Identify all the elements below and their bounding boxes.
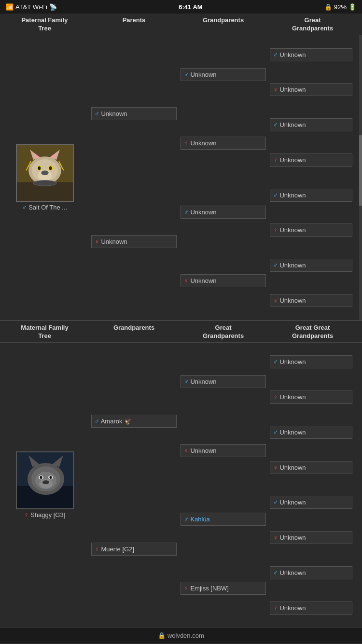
status-bar: 📶 AT&T Wi-Fi 📡 6:41 AM 🔒 92% 🔋: [0, 0, 362, 14]
svg-point-11: [49, 167, 52, 170]
svg-point-16: [33, 181, 56, 186]
paternal-mother-box[interactable]: ♀ Unknown: [91, 235, 177, 248]
maternal-ggp-mm-name: Emjiss [NBW]: [190, 585, 228, 592]
paternal-subject-label: ♂ Salt Of The ...: [22, 204, 67, 211]
paternal-subject-gender-icon: ♂: [22, 204, 27, 211]
header-mat-grandparents: Grandparents: [89, 324, 179, 340]
paternal-tree: ♂ Salt Of The ... ♂ Unknown ♀ Unknown ♂ …: [0, 35, 362, 320]
paternal-ggp-fff[interactable]: ♂ Unknown: [270, 48, 352, 61]
maternal-subject-portrait[interactable]: [16, 451, 74, 509]
paternal-subject-portrait[interactable]: [16, 144, 74, 202]
scrollbar-track[interactable]: [359, 35, 362, 320]
maternal-ggp-fm[interactable]: ♀ Unknown: [181, 444, 266, 457]
wolf-svg: [17, 144, 73, 202]
paternal-grandparents-col: ♂ Unknown ♀ Unknown ♂ Unknown ♀ Unknown: [179, 35, 268, 320]
time-display: 6:41 AM: [179, 3, 202, 11]
maternal-subject-gender-icon: ♀: [24, 511, 29, 518]
svg-point-27: [49, 476, 52, 479]
paternal-gp-ff[interactable]: ♂ Unknown: [181, 68, 266, 81]
paternal-ggp-ffm[interactable]: ♀ Unknown: [270, 83, 352, 96]
maternal-tree: ♀ Shaggy [G3] ♂ Amarok 🦅 ♀ Muerte [G2] ♂…: [0, 343, 362, 628]
paternal-ggp-mff[interactable]: ♂ Unknown: [270, 189, 352, 202]
maternal-ggp-col: ♂ Unknown ♀ Unknown ♂ Kahlúa ♀ Emjiss [N…: [179, 343, 268, 628]
svg-point-13: [41, 170, 48, 175]
paternal-subject-name: Salt Of The ...: [28, 204, 67, 211]
header-great-grandparents: GreatGrandparents: [268, 16, 357, 33]
paternal-headers: Paternal FamilyTree Parents Grandparents…: [0, 14, 362, 35]
carrier-text: AT&T Wi-Fi: [15, 3, 47, 11]
paternal-gp-mm[interactable]: ♀ Unknown: [181, 274, 266, 287]
header-maternal-tree: Maternal FamilyTree: [0, 324, 89, 340]
scrollbar-thumb[interactable]: [359, 135, 362, 206]
maternal-gggp-fmm[interactable]: ♀ Unknown: [270, 461, 352, 474]
carrier-info: 📶 AT&T Wi-Fi 📡: [6, 3, 57, 11]
paternal-father-box[interactable]: ♂ Unknown: [91, 107, 177, 120]
header-mat-great-grandparents: GreatGrandparents: [179, 324, 268, 340]
paternal-ggp-mfm[interactable]: ♀ Unknown: [270, 224, 352, 237]
footer-text: wolvden.com: [167, 632, 204, 639]
maternal-gp-father[interactable]: ♂ Amarok 🦅: [91, 415, 177, 428]
maternal-gggp-fff[interactable]: ♂ Unknown: [270, 355, 352, 368]
maternal-gggp-fmf[interactable]: ♂ Unknown: [270, 426, 352, 439]
svg-point-29: [42, 480, 49, 484]
maternal-subject-name: Shaggy [G3]: [30, 511, 65, 518]
header-parents: Parents: [89, 16, 179, 33]
battery-info: 🔒 92% 🔋: [324, 3, 356, 11]
signal-icon: 📶: [6, 3, 14, 11]
maternal-ggp-mf[interactable]: ♂ Kahlúa: [181, 513, 266, 526]
maternal-gp-father-name: Amarok 🦅: [101, 418, 132, 425]
header-grandparents: Grandparents: [179, 16, 268, 33]
header-paternal-tree: Paternal FamilyTree: [0, 16, 89, 33]
battery-text: 92%: [334, 3, 347, 11]
shaggy-svg: [17, 452, 74, 509]
paternal-gp-fm[interactable]: ♀ Unknown: [181, 137, 266, 150]
wifi-icon: 📡: [49, 3, 57, 11]
maternal-subject-label: ♀ Shaggy [G3]: [24, 511, 66, 518]
maternal-grandparents-col: ♂ Amarok 🦅 ♀ Muerte [G2]: [89, 343, 179, 628]
paternal-parents-col: ♂ Unknown ♀ Unknown: [89, 35, 179, 320]
maternal-ggp-ff[interactable]: ♂ Unknown: [181, 375, 266, 388]
paternal-ggp-fmf[interactable]: ♂ Unknown: [270, 118, 352, 131]
paternal-gp-mf[interactable]: ♂ Unknown: [181, 206, 266, 219]
svg-point-10: [38, 167, 41, 170]
footer: 🔒 wolvden.com: [0, 628, 362, 643]
paternal-ggp-mmm[interactable]: ♀ Unknown: [270, 294, 352, 307]
maternal-gp-mother-name: Muerte [G2]: [101, 546, 134, 553]
maternal-gggp-mfm[interactable]: ♀ Unknown: [270, 531, 352, 544]
battery-icon: 🔋: [348, 3, 356, 11]
maternal-ggp-mm[interactable]: ♀ Emjiss [NBW]: [181, 582, 266, 595]
paternal-ggp-fmm[interactable]: ♀ Unknown: [270, 154, 352, 167]
paternal-father-name: Unknown: [101, 110, 127, 117]
maternal-headers: Maternal FamilyTree Grandparents GreatGr…: [0, 321, 362, 343]
header-mat-great-great-grandparents: Great GreatGrandparents: [268, 324, 357, 340]
paternal-ggp-mmf[interactable]: ♂ Unknown: [270, 259, 352, 272]
maternal-subject-col: ♀ Shaggy [G3]: [0, 343, 89, 628]
maternal-gggp-mff[interactable]: ♂ Unknown: [270, 496, 352, 509]
footer-lock-icon: 🔒: [158, 632, 166, 639]
lock-icon: 🔒: [324, 3, 332, 11]
paternal-mother-name: Unknown: [101, 238, 127, 245]
paternal-ggp-col: ♂ Unknown ♀ Unknown ♂ Unknown ♀ Unknown …: [268, 35, 354, 320]
maternal-gp-mother[interactable]: ♀ Muerte [G2]: [91, 543, 177, 556]
maternal-gggp-col: ♂ Unknown ♀ Unknown ♂ Unknown ♀ Unknown …: [268, 343, 354, 628]
paternal-subject-col: ♂ Salt Of The ...: [0, 35, 89, 320]
maternal-gggp-mmm[interactable]: ♀ Unknown: [270, 602, 352, 615]
maternal-gggp-ffm[interactable]: ♀ Unknown: [270, 391, 352, 404]
maternal-gggp-mmf[interactable]: ♂ Unknown: [270, 566, 352, 579]
maternal-ggp-mf-name: Kahlúa: [190, 516, 209, 523]
svg-point-26: [40, 476, 42, 479]
